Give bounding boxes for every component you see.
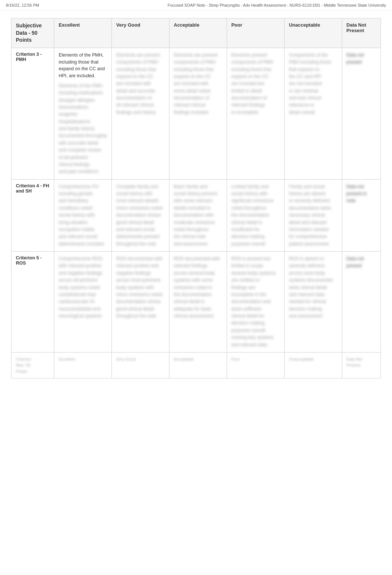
header-row: Subjective Data - 50 Points Excellent Ve… [11, 18, 381, 48]
footer-unacceptable-text: Unacceptable [289, 356, 337, 363]
col-header-excellent: Excellent [54, 18, 111, 48]
footer-datanot-text: Data Not Present [347, 356, 376, 368]
footer-unacceptable: Unacceptable [284, 352, 342, 378]
fhsh-acceptable-blurred: Basic family and social history present … [174, 183, 222, 248]
col-header-acceptable: Acceptable [169, 18, 227, 48]
criterion-ros-unacceptable: ROS is absent or severely deficient acro… [284, 252, 342, 353]
header-title: Focused SOAP Note - Strep Pharyngitis - … [168, 3, 386, 7]
fhsh-poor-blurred: Limited family and social history with s… [231, 183, 280, 248]
page-header: 8/16/22, 12:56 PM Focused SOAP Note - St… [0, 0, 392, 11]
table-row: Criterion 4 - FH and SH Comprehensive FH… [11, 179, 381, 251]
table-title: Subjective Data - 50 Points [16, 23, 42, 43]
col-header-datanot: Data Not Present [342, 18, 381, 48]
pmh-unacceptable-blurred: Components of the PMH including those th… [289, 52, 337, 116]
footer-criterion-text: Criterion Max: 50 Points [16, 356, 49, 375]
criterion-pmh-acceptable: Elements are present components of PMH i… [169, 48, 227, 179]
footer-row: Criterion Max: 50 Points Excellent Very … [11, 352, 381, 378]
footer-acceptable: Acceptable [169, 352, 227, 378]
pmh-excellent-text: Elements of the PMH, including those tha… [59, 52, 107, 79]
footer-verygood-text: Very Good [116, 356, 165, 363]
table-row: Criterion 5 - ROS Comprehensive ROS with… [11, 252, 381, 353]
fhsh-excellent-blurred: Comprehensive FH including genetic and h… [59, 183, 107, 248]
col-header-criterion: Subjective Data - 50 Points [11, 18, 54, 48]
ros-verygood-blurred: ROS documented with relevant positive an… [116, 255, 165, 320]
criterion-fhsh-datanot: Data not present in note [342, 179, 381, 251]
ros-excellent-blurred: Comprehensive ROS with relevant positive… [59, 255, 107, 320]
criterion-fhsh-unacceptable: Family and social history are absent or … [284, 179, 342, 251]
ros-datanot-blurred: Data not present [347, 255, 376, 270]
footer-poor-text: Poor [231, 356, 280, 363]
criterion-fhsh-verygood: Complete family and social history with … [111, 179, 169, 251]
criterion-fhsh-excellent: Comprehensive FH including genetic and h… [54, 179, 111, 251]
criterion-fhsh-text: Criterion 4 - FH and SH [16, 183, 49, 194]
rubric-table: Subjective Data - 50 Points Excellent Ve… [11, 18, 381, 378]
criterion-pmh-datanot: Data not present [342, 48, 381, 179]
footer-criterion: Criterion Max: 50 Points [11, 352, 54, 378]
ros-unacceptable-blurred: ROS is absent or severely deficient acro… [289, 255, 337, 320]
footer-excellent-text: Excellent [59, 356, 107, 363]
footer-datanot: Data Not Present [342, 352, 381, 378]
criterion-pmh-excellent: Elements of the PMH, including those tha… [54, 48, 111, 179]
criterion-pmh-verygood: Elements are present components of PMH i… [111, 48, 169, 179]
criterion-fhsh-poor: Limited family and social history with s… [227, 179, 284, 251]
criterion-ros-poor: ROS is present but limited in scope seve… [227, 252, 284, 353]
col-header-poor: Poor [227, 18, 284, 48]
pmh-acceptable-blurred: Elements are present components of PMH i… [174, 52, 222, 116]
criterion-ros-excellent: Comprehensive ROS with relevant positive… [54, 252, 111, 353]
criterion-ros-text: Criterion 5 - ROS [16, 255, 42, 266]
fhsh-verygood-blurred: Complete family and social history with … [116, 183, 165, 248]
footer-verygood: Very Good [111, 352, 169, 378]
footer-poor: Poor [227, 352, 284, 378]
ros-poor-blurred: ROS is present but limited in scope seve… [231, 255, 280, 348]
ros-acceptable-blurred: ROS documented with relevant findings ac… [174, 255, 222, 320]
header-date: 8/16/22, 12:56 PM [6, 3, 39, 7]
footer-acceptable-text: Acceptable [174, 356, 222, 363]
criterion-pmh-unacceptable: Components of the PMH including those th… [284, 48, 342, 179]
criterion-ros-verygood: ROS documented with relevant positive an… [111, 252, 169, 353]
table-container: Subjective Data - 50 Points Excellent Ve… [0, 11, 392, 386]
table-row: Criterion 3 - PMH Elements of the PMH, i… [11, 48, 381, 179]
criterion-pmh-text: Criterion 3 - PMH [16, 52, 42, 62]
fhsh-datanot-blurred: Data not present in note [347, 183, 376, 205]
col-header-verygood: Very Good [111, 18, 169, 48]
pmh-datanot-blurred: Data not present [347, 52, 376, 66]
pmh-verygood-blurred: Elements are present components of PMH i… [116, 52, 165, 116]
criterion-ros-acceptable: ROS documented with relevant findings ac… [169, 252, 227, 353]
col-header-unacceptable: Unacceptable [284, 18, 342, 48]
criterion-fhsh-acceptable: Basic family and social history present … [169, 179, 227, 251]
footer-excellent: Excellent [54, 352, 111, 378]
criterion-ros-label: Criterion 5 - ROS [11, 252, 54, 353]
criterion-fhsh-label: Criterion 4 - FH and SH [11, 179, 54, 251]
pmh-excellent-blurred: Elements of the PMH including medication… [59, 82, 107, 176]
fhsh-unacceptable-blurred: Family and social history are absent or … [289, 183, 337, 248]
pmh-poor-blurred: Elements present components of PMH inclu… [231, 52, 280, 116]
criterion-pmh-label: Criterion 3 - PMH [11, 48, 54, 179]
criterion-pmh-poor: Elements present components of PMH inclu… [227, 48, 284, 179]
criterion-ros-datanot: Data not present [342, 252, 381, 353]
